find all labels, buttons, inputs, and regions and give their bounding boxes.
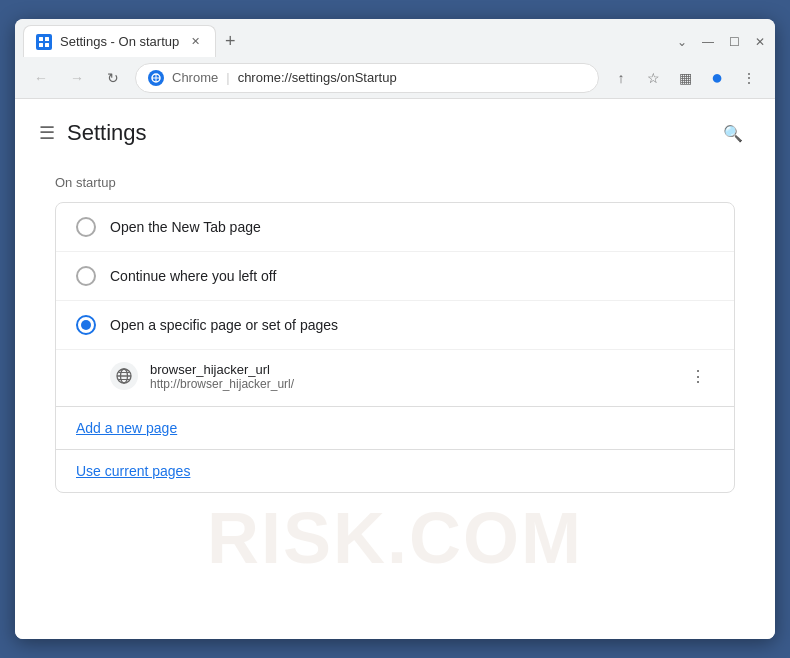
svg-rect-3	[45, 43, 49, 47]
title-bar: Settings - On startup ✕ + ⌄ — ☐ ✕	[15, 19, 775, 57]
site-icon	[148, 70, 164, 86]
url-site-name: browser_hijacker_url	[150, 362, 670, 377]
url-entry: browser_hijacker_url http://browser_hija…	[56, 349, 734, 402]
browser-label: Chrome	[172, 70, 218, 85]
forward-button[interactable]: →	[63, 64, 91, 92]
active-tab[interactable]: Settings - On startup ✕	[23, 25, 216, 57]
url-site-address: http://browser_hijacker_url/	[150, 377, 670, 391]
menu-button[interactable]: ⋮	[735, 64, 763, 92]
address-bar[interactable]: Chrome | chrome://settings/onStartup	[135, 63, 599, 93]
hamburger-menu-icon[interactable]: ☰	[39, 122, 55, 144]
tab-favicon	[36, 34, 52, 50]
close-button[interactable]: ✕	[753, 35, 767, 49]
option-new-tab[interactable]: Open the New Tab page	[56, 203, 734, 251]
page-wrapper: ☰ Settings 🔍 On startup Open the New Tab…	[15, 99, 775, 639]
chevron-icon[interactable]: ⌄	[675, 35, 689, 49]
extension-button[interactable]: ▦	[671, 64, 699, 92]
globe-icon	[110, 362, 138, 390]
options-card: Open the New Tab page Continue where you…	[55, 202, 735, 493]
url-info: browser_hijacker_url http://browser_hija…	[150, 362, 670, 391]
option-new-tab-label: Open the New Tab page	[110, 219, 261, 235]
svg-rect-2	[39, 43, 43, 47]
svg-rect-0	[39, 37, 43, 41]
option-specific[interactable]: Open a specific page or set of pages	[56, 300, 734, 349]
settings-page-title: Settings	[67, 120, 147, 146]
radio-new-tab[interactable]	[76, 217, 96, 237]
url-separator: |	[226, 70, 229, 85]
minimize-button[interactable]: —	[701, 35, 715, 49]
share-button[interactable]: ↑	[607, 64, 635, 92]
svg-rect-1	[45, 37, 49, 41]
tab-close-button[interactable]: ✕	[187, 34, 203, 50]
radio-specific[interactable]	[76, 315, 96, 335]
tab-area: Settings - On startup ✕ +	[23, 25, 667, 57]
toolbar: ← → ↻ Chrome | chrome://settings/onStart…	[15, 57, 775, 99]
settings-title-area: ☰ Settings	[39, 120, 147, 146]
toolbar-actions: ↑ ☆ ▦ ● ⋮	[607, 64, 763, 92]
window-controls: ⌄ — ☐ ✕	[675, 35, 767, 57]
add-page-row: Add a new page	[56, 407, 734, 449]
new-tab-button[interactable]: +	[216, 27, 244, 55]
option-specific-label: Open a specific page or set of pages	[110, 317, 338, 333]
url-more-button[interactable]: ⋮	[682, 360, 714, 392]
profile-button[interactable]: ●	[703, 64, 731, 92]
add-new-page-link[interactable]: Add a new page	[76, 420, 177, 436]
radio-selected-dot	[81, 320, 91, 330]
use-current-row: Use current pages	[56, 450, 734, 492]
on-startup-section: On startup Open the New Tab page Continu…	[15, 167, 775, 517]
settings-search-button[interactable]: 🔍	[715, 115, 751, 151]
browser-window: Settings - On startup ✕ + ⌄ — ☐ ✕ ← → ↻ …	[15, 19, 775, 639]
settings-header: ☰ Settings 🔍	[15, 99, 775, 167]
reload-button[interactable]: ↻	[99, 64, 127, 92]
search-icon: 🔍	[723, 124, 743, 143]
section-title: On startup	[55, 175, 735, 190]
bookmark-button[interactable]: ☆	[639, 64, 667, 92]
option-continue[interactable]: Continue where you left off	[56, 251, 734, 300]
back-button[interactable]: ←	[27, 64, 55, 92]
page-content: ☰ Settings 🔍 On startup Open the New Tab…	[15, 99, 775, 639]
use-current-pages-link[interactable]: Use current pages	[76, 463, 190, 479]
tab-label: Settings - On startup	[60, 34, 179, 49]
url-text: chrome://settings/onStartup	[238, 70, 397, 85]
maximize-button[interactable]: ☐	[727, 35, 741, 49]
option-continue-label: Continue where you left off	[110, 268, 276, 284]
radio-continue[interactable]	[76, 266, 96, 286]
